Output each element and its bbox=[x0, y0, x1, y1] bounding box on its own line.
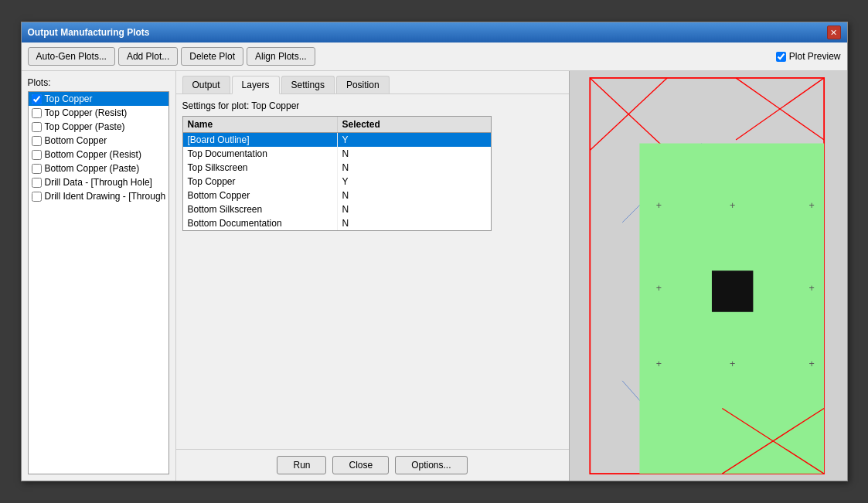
preview-panel: + + + + + + + + bbox=[569, 71, 847, 481]
tab-layers[interactable]: Layers bbox=[232, 76, 280, 94]
plot-label-bottom-copper: Bottom Copper bbox=[45, 135, 107, 146]
layer-row[interactable]: Bottom SilkscreenN bbox=[183, 202, 491, 216]
close-button-bottom[interactable]: Close bbox=[332, 456, 389, 474]
plot-item-drill-ident[interactable]: Drill Ident Drawing - [Through Hole bbox=[29, 189, 168, 203]
layer-row[interactable]: Top SilkscreenN bbox=[183, 161, 491, 175]
pcb-preview-svg: + + + + + + + + bbox=[570, 71, 847, 481]
layer-selected-cell: N bbox=[338, 216, 491, 230]
plot-preview-label: Plot Preview bbox=[789, 51, 841, 62]
plot-label-top-copper-resist: Top Copper (Resist) bbox=[45, 107, 128, 118]
layer-selected-cell: N bbox=[338, 161, 491, 175]
plot-checkbox-drill-data[interactable] bbox=[32, 178, 42, 188]
main-window: Output Manufacturing Plots ✕ Auto-Gen Pl… bbox=[21, 22, 848, 481]
layer-name-cell: Top Silkscreen bbox=[183, 161, 338, 175]
plot-label-top-copper-paste: Top Copper (Paste) bbox=[45, 121, 125, 132]
plot-label-drill-ident: Drill Ident Drawing - [Through Hole bbox=[45, 191, 168, 202]
plot-item-top-copper-resist[interactable]: Top Copper (Resist) bbox=[29, 106, 168, 120]
svg-text:+: + bbox=[808, 200, 814, 211]
plot-item-bottom-copper[interactable]: Bottom Copper bbox=[29, 134, 168, 148]
plot-item-drill-data[interactable]: Drill Data - [Through Hole] bbox=[29, 175, 168, 189]
layer-selected-cell: N bbox=[338, 189, 491, 202]
close-button[interactable]: ✕ bbox=[827, 25, 841, 39]
plot-label-top-copper: Top Copper bbox=[45, 93, 93, 104]
col-name-header: Name bbox=[183, 117, 338, 132]
layers-rows: [Board Outline]YTop DocumentationNTop Si… bbox=[183, 133, 491, 230]
right-content: Output Layers Settings Position Settings… bbox=[176, 71, 569, 481]
preview-canvas: + + + + + + + + bbox=[570, 71, 847, 481]
align-plots-button[interactable]: Align Plots... bbox=[247, 47, 315, 66]
layer-row[interactable]: Bottom DocumentationN bbox=[183, 216, 491, 230]
run-button[interactable]: Run bbox=[277, 456, 326, 474]
plot-checkbox-drill-ident[interactable] bbox=[32, 192, 42, 202]
plot-checkbox-top-copper-paste[interactable] bbox=[32, 122, 42, 132]
tab-settings[interactable]: Settings bbox=[281, 76, 335, 93]
layer-row[interactable]: Top CopperY bbox=[183, 175, 491, 189]
window-title: Output Manufacturing Plots bbox=[28, 27, 150, 38]
plot-preview-checkbox[interactable] bbox=[776, 52, 786, 62]
layer-name-cell: Top Copper bbox=[183, 175, 338, 189]
svg-rect-6 bbox=[711, 270, 752, 311]
bottom-bar: Run Close Options... bbox=[176, 449, 569, 481]
auto-gen-plots-button[interactable]: Auto-Gen Plots... bbox=[28, 47, 115, 66]
svg-text:+: + bbox=[655, 359, 661, 369]
table-header: Name Selected bbox=[183, 117, 491, 133]
layer-name-cell: [Board Outline] bbox=[183, 133, 338, 147]
tab-output[interactable]: Output bbox=[182, 76, 230, 93]
title-bar: Output Manufacturing Plots ✕ bbox=[22, 22, 847, 42]
tab-content: Settings for plot: Top Copper Name Selec… bbox=[176, 94, 569, 449]
delete-plot-button[interactable]: Delete Plot bbox=[181, 47, 243, 66]
plot-item-bottom-copper-resist[interactable]: Bottom Copper (Resist) bbox=[29, 148, 168, 161]
svg-text:+: + bbox=[730, 359, 735, 369]
layer-selected-cell: N bbox=[338, 147, 491, 161]
plots-label: Plots: bbox=[28, 77, 169, 88]
svg-text:+: + bbox=[655, 283, 661, 294]
add-plot-button[interactable]: Add Plot... bbox=[118, 47, 178, 66]
svg-text:+: + bbox=[808, 359, 814, 369]
plot-item-top-copper[interactable]: Top Copper bbox=[29, 92, 168, 106]
layer-row[interactable]: Top DocumentationN bbox=[183, 147, 491, 161]
plot-label-bottom-copper-paste: Bottom Copper (Paste) bbox=[45, 163, 140, 174]
plot-checkbox-top-copper[interactable] bbox=[32, 94, 42, 104]
svg-text:+: + bbox=[655, 200, 661, 211]
plot-checkbox-bottom-copper-resist[interactable] bbox=[32, 150, 42, 160]
tab-position[interactable]: Position bbox=[336, 76, 390, 93]
layer-name-cell: Top Documentation bbox=[183, 147, 338, 161]
layer-selected-cell: Y bbox=[338, 175, 491, 189]
layer-name-cell: Bottom Documentation bbox=[183, 216, 338, 230]
plot-checkbox-bottom-copper[interactable] bbox=[32, 136, 42, 146]
layer-selected-cell: Y bbox=[338, 133, 491, 147]
settings-for-label: Settings for plot: Top Copper bbox=[182, 100, 563, 111]
main-content: Plots: Top CopperTop Copper (Resist)Top … bbox=[22, 71, 847, 481]
plot-checkbox-bottom-copper-paste[interactable] bbox=[32, 164, 42, 174]
layer-name-cell: Bottom Copper bbox=[183, 189, 338, 202]
svg-text:+: + bbox=[730, 200, 735, 211]
layer-row[interactable]: Bottom CopperN bbox=[183, 189, 491, 202]
left-panel: Plots: Top CopperTop Copper (Resist)Top … bbox=[22, 71, 176, 481]
options-button[interactable]: Options... bbox=[395, 456, 467, 474]
layers-table: Name Selected [Board Outline]YTop Docume… bbox=[182, 116, 492, 231]
layer-row[interactable]: [Board Outline]Y bbox=[183, 133, 491, 147]
toolbar: Auto-Gen Plots... Add Plot... Delete Plo… bbox=[22, 42, 847, 71]
col-selected-header: Selected bbox=[338, 117, 491, 132]
svg-text:+: + bbox=[808, 283, 814, 294]
plot-checkbox-top-copper-resist[interactable] bbox=[32, 108, 42, 118]
plot-preview-container: Plot Preview bbox=[776, 51, 841, 62]
layer-selected-cell: N bbox=[338, 202, 491, 216]
layer-name-cell: Bottom Silkscreen bbox=[183, 202, 338, 216]
plot-item-bottom-copper-paste[interactable]: Bottom Copper (Paste) bbox=[29, 161, 168, 175]
plot-label-drill-data: Drill Data - [Through Hole] bbox=[45, 177, 152, 188]
plots-list: Top CopperTop Copper (Resist)Top Copper … bbox=[28, 91, 169, 474]
plot-label-bottom-copper-resist: Bottom Copper (Resist) bbox=[45, 149, 141, 160]
tabs-area: Output Layers Settings Position bbox=[176, 71, 569, 94]
plot-item-top-copper-paste[interactable]: Top Copper (Paste) bbox=[29, 120, 168, 134]
